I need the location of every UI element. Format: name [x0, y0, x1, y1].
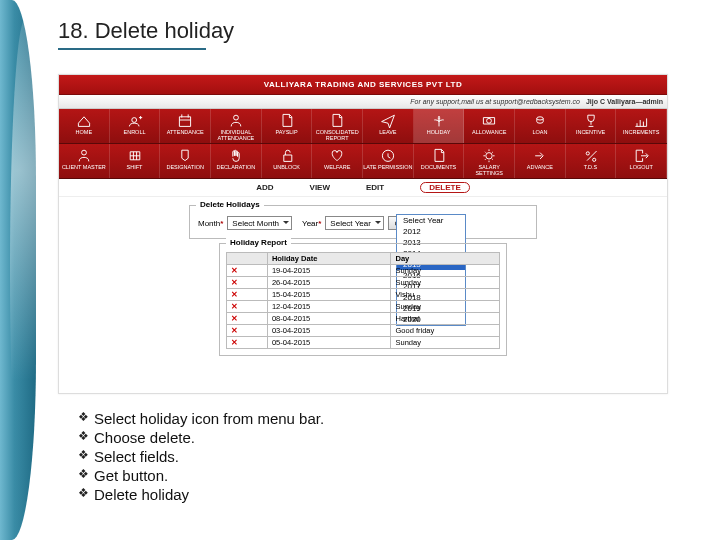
nav-declaration[interactable]: DECLARATION	[211, 144, 262, 178]
nav-client-master[interactable]: CLIENT MASTER	[59, 144, 110, 178]
company-header: VALLIYARA TRADING AND SERVICES PVT LTD	[59, 75, 667, 95]
nav-row-2: CLIENT MASTERSHIFTDESIGNATIONDECLARATION…	[59, 144, 667, 179]
nav-loan[interactable]: LOAN	[515, 109, 566, 143]
doc-icon	[430, 147, 448, 164]
close-icon: ✕	[231, 302, 240, 311]
cell-date: 08-04-2015	[267, 313, 391, 325]
cell-date: 26-04-2015	[267, 277, 391, 289]
year-option[interactable]: Select Year	[397, 215, 465, 226]
nav-shift[interactable]: SHIFT	[110, 144, 161, 178]
month-select[interactable]: Select Month	[227, 216, 292, 230]
logout-icon	[632, 147, 650, 164]
list-item: Get button.	[78, 467, 324, 484]
close-icon: ✕	[231, 338, 240, 347]
close-icon: ✕	[231, 266, 240, 275]
user-plus-icon	[126, 112, 144, 129]
nav-documents[interactable]: DOCUMENTS	[414, 144, 465, 178]
badge-icon	[176, 147, 194, 164]
year-select[interactable]: Select Year	[325, 216, 383, 230]
delete-row-button[interactable]: ✕	[227, 277, 268, 289]
action-add[interactable]: ADD	[256, 183, 273, 192]
delete-row-button[interactable]: ✕	[227, 289, 268, 301]
nav-consolidated-report[interactable]: CONSOLIDATED REPORT	[312, 109, 363, 143]
cell-date: 19-04-2015	[267, 265, 391, 277]
cell-day: Sunday	[391, 277, 500, 289]
unlock-icon	[278, 147, 296, 164]
action-edit[interactable]: EDIT	[366, 183, 384, 192]
nav-enroll[interactable]: ENROLL	[110, 109, 161, 143]
nav-allowance[interactable]: ALLOWANCE	[464, 109, 515, 143]
close-icon: ✕	[231, 326, 240, 335]
trophy-icon	[582, 112, 600, 129]
money-icon	[480, 112, 498, 129]
nav-late-permission[interactable]: LATE PERMISSION	[363, 144, 414, 178]
nav-unblock[interactable]: UNBLOCK	[262, 144, 313, 178]
nav-label: WELFARE	[324, 164, 350, 170]
nav-label: LOGOUT	[630, 164, 653, 170]
year-label: Year*	[302, 219, 321, 228]
nav-label: PAYSLIP	[275, 129, 297, 135]
nav-label: SALARY SETTINGS	[464, 164, 514, 176]
year-option[interactable]: 2012	[397, 226, 465, 237]
nav-leave[interactable]: LEAVE	[363, 109, 414, 143]
nav-payslip[interactable]: PAYSLIP	[262, 109, 313, 143]
support-text: For any support,mail us at support@redba…	[410, 98, 580, 105]
delete-row-button[interactable]: ✕	[227, 265, 268, 277]
list-item: Select holiday icon from menu bar.	[78, 410, 324, 427]
close-icon: ✕	[231, 278, 240, 287]
nav-welfare[interactable]: WELFARE	[312, 144, 363, 178]
nav-label: HOLIDAY	[427, 129, 451, 135]
calendar-icon	[176, 112, 194, 129]
action-delete[interactable]: DELETE	[420, 182, 470, 193]
delete-holidays-panel: Delete Holidays Month* Select Month Year…	[189, 205, 537, 239]
action-view[interactable]: VIEW	[310, 183, 330, 192]
cell-day: Harthal	[391, 313, 500, 325]
delete-row-button[interactable]: ✕	[227, 337, 268, 349]
nav-individual-attendance[interactable]: INDIVIDUAL ATTENDANCE	[211, 109, 262, 143]
person-icon	[75, 147, 93, 164]
nav-logout[interactable]: LOGOUT	[616, 144, 667, 178]
delete-row-button[interactable]: ✕	[227, 313, 268, 325]
cell-day: Good friday	[391, 325, 500, 337]
table-row: ✕12-04-2015Sunday	[227, 301, 500, 313]
delete-row-button[interactable]: ✕	[227, 301, 268, 313]
action-row: ADDVIEWEDITDELETE	[59, 179, 667, 197]
app-screenshot: VALLIYARA TRADING AND SERVICES PVT LTD F…	[58, 74, 668, 394]
holiday-report-panel: Holiday Report Holiday DateDay ✕19-04-20…	[219, 243, 507, 356]
delete-row-button[interactable]: ✕	[227, 325, 268, 337]
nav-t-d-s[interactable]: T.D.S	[566, 144, 617, 178]
cell-date: 03-04-2015	[267, 325, 391, 337]
nav-label: INCREMENTS	[623, 129, 659, 135]
plane-icon	[379, 112, 397, 129]
nav-label: INDIVIDUAL ATTENDANCE	[211, 129, 261, 141]
nav-attendance[interactable]: ATTENDANCE	[160, 109, 211, 143]
nav-advance[interactable]: ADVANCE	[515, 144, 566, 178]
nav-label: DECLARATION	[216, 164, 255, 170]
table-header	[227, 253, 268, 265]
home-icon	[75, 112, 93, 129]
doc-icon	[278, 112, 296, 129]
nav-salary-settings[interactable]: SALARY SETTINGS	[464, 144, 515, 178]
nav-incentive[interactable]: INCENTIVE	[566, 109, 617, 143]
forward-icon	[531, 147, 549, 164]
nav-label: LEAVE	[379, 129, 396, 135]
coins-icon	[531, 112, 549, 129]
user-label: Jijo C Valliyara—admin	[586, 98, 663, 105]
nav-home[interactable]: HOME	[59, 109, 110, 143]
nav-label: CLIENT MASTER	[62, 164, 106, 170]
chart-icon	[632, 112, 650, 129]
palm-icon	[430, 112, 448, 129]
nav-designation[interactable]: DESIGNATION	[160, 144, 211, 178]
nav-label: ADVANCE	[527, 164, 553, 170]
title-underline	[58, 48, 206, 50]
nav-label: LATE PERMISSION	[363, 164, 412, 170]
nav-increments[interactable]: INCREMENTS	[616, 109, 667, 143]
sub-header: For any support,mail us at support@redba…	[59, 95, 667, 109]
nav-label: LOAN	[532, 129, 547, 135]
percent-icon	[582, 147, 600, 164]
nav-label: UNBLOCK	[273, 164, 300, 170]
table-row: ✕26-04-2015Sunday	[227, 277, 500, 289]
table-row: ✕19-04-2015Sunday	[227, 265, 500, 277]
table-row: ✕05-04-2015Sunday	[227, 337, 500, 349]
nav-holiday[interactable]: HOLIDAY	[414, 109, 465, 143]
